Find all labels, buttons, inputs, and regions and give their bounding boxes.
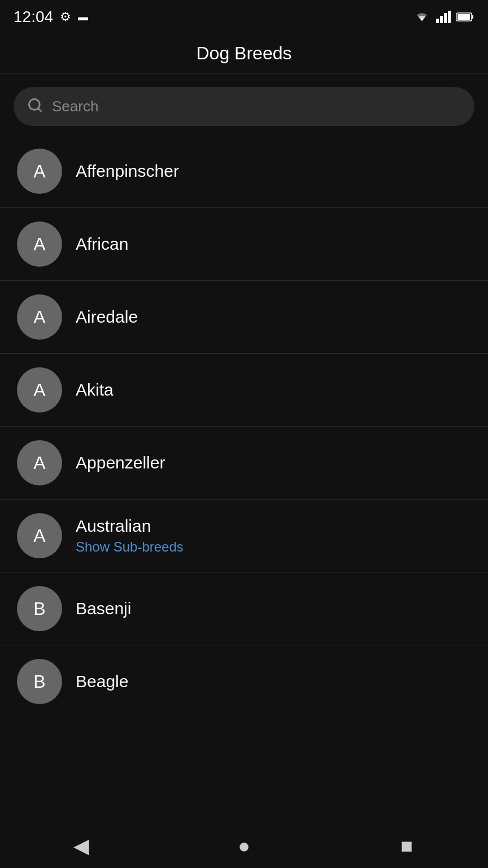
breed-info: Affenpinscher xyxy=(76,162,179,181)
svg-line-8 xyxy=(38,108,41,111)
list-item[interactable]: A Affenpinscher xyxy=(0,135,488,208)
avatar-letter: A xyxy=(33,380,45,401)
avatar: A xyxy=(17,222,62,267)
breed-list: A Affenpinscher A African A Airedale A A… xyxy=(0,135,488,823)
show-subbreeds-link[interactable]: Show Sub-breeds xyxy=(76,539,184,555)
list-item[interactable]: A Australian Show Sub-breeds xyxy=(0,500,488,572)
breed-name: Beagle xyxy=(76,672,128,691)
home-icon: ● xyxy=(238,834,250,858)
search-placeholder: Search xyxy=(52,98,461,115)
avatar-letter: A xyxy=(33,161,45,182)
svg-rect-5 xyxy=(472,15,473,19)
app-title-bar: Dog Breeds xyxy=(0,32,488,73)
svg-rect-6 xyxy=(457,14,470,20)
list-item[interactable]: A Airedale xyxy=(0,281,488,354)
avatar-letter: A xyxy=(33,234,45,255)
settings-icon: ⚙ xyxy=(60,10,71,24)
breed-name: Australian xyxy=(76,517,184,536)
breed-info: Basenji xyxy=(76,599,131,618)
breed-name: Airedale xyxy=(76,307,138,327)
battery-icon xyxy=(456,12,474,22)
breed-name: Affenpinscher xyxy=(76,162,179,181)
avatar-letter: A xyxy=(33,307,45,328)
breed-info: Airedale xyxy=(76,307,138,327)
recents-icon: ■ xyxy=(400,834,413,858)
avatar-letter: B xyxy=(33,671,45,692)
search-icon xyxy=(27,97,43,116)
avatar: B xyxy=(17,659,62,704)
status-right xyxy=(413,11,474,23)
svg-rect-0 xyxy=(436,19,439,23)
breed-info: Akita xyxy=(76,380,114,400)
search-bar[interactable]: Search xyxy=(14,87,474,126)
avatar: A xyxy=(17,513,62,558)
page-title: Dog Breeds xyxy=(0,43,488,64)
avatar: A xyxy=(17,294,62,340)
status-left: 12:04 ⚙ ▬ xyxy=(14,8,88,26)
svg-rect-3 xyxy=(448,11,451,23)
breed-info: Appenzeller xyxy=(76,453,165,472)
list-item[interactable]: A Appenzeller xyxy=(0,427,488,500)
avatar: B xyxy=(17,586,62,631)
avatar-letter: A xyxy=(33,453,45,474)
back-button[interactable]: ◀ xyxy=(59,829,104,863)
clipboard-icon: ▬ xyxy=(78,11,88,23)
avatar-letter: A xyxy=(33,526,45,546)
list-item[interactable]: A African xyxy=(0,208,488,281)
home-button[interactable]: ● xyxy=(221,829,267,863)
search-container: Search xyxy=(0,73,488,135)
breed-name: Akita xyxy=(76,380,114,400)
breed-info: Beagle xyxy=(76,672,128,691)
signal-icon xyxy=(436,11,451,23)
recents-button[interactable]: ■ xyxy=(384,829,429,863)
breed-name: Appenzeller xyxy=(76,453,165,472)
avatar: A xyxy=(17,149,62,194)
status-time: 12:04 xyxy=(14,8,53,26)
svg-rect-1 xyxy=(440,16,443,23)
avatar: A xyxy=(17,367,62,413)
breed-name: African xyxy=(76,235,128,254)
breed-info: African xyxy=(76,235,128,254)
status-bar: 12:04 ⚙ ▬ xyxy=(0,0,488,32)
avatar: A xyxy=(17,440,62,485)
back-icon: ◀ xyxy=(73,834,89,858)
bottom-navigation: ◀ ● ■ xyxy=(0,823,488,868)
breed-info: Australian Show Sub-breeds xyxy=(76,517,184,555)
svg-rect-2 xyxy=(444,13,447,23)
wifi-icon xyxy=(413,11,430,23)
list-item[interactable]: B Basenji xyxy=(0,572,488,645)
list-item[interactable]: B Beagle xyxy=(0,645,488,718)
breed-name: Basenji xyxy=(76,599,131,618)
avatar-letter: B xyxy=(33,598,45,619)
list-item[interactable]: A Akita xyxy=(0,354,488,427)
